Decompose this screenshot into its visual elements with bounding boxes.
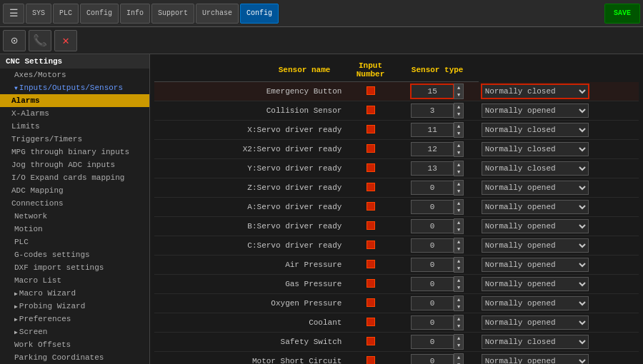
sidebar-item-probing[interactable]: ▶Probing Wizard	[0, 300, 149, 313]
sensor-type-select[interactable]: Normally openedNormally closed	[482, 219, 589, 233]
sensor-indicator[interactable]	[367, 356, 375, 365]
spin-buttons[interactable]: ▲▼	[454, 103, 464, 118]
spin-down[interactable]: ▼	[454, 323, 463, 330]
tab-urchase[interactable]: Urchase	[196, 4, 239, 24]
input-number-field[interactable]	[411, 315, 454, 330]
sensor-type-select[interactable]: Normally openedNormally closed	[482, 335, 589, 349]
spin-down[interactable]: ▼	[454, 284, 463, 291]
sensor-indicator[interactable]	[367, 318, 375, 326]
sidebar-item-limits[interactable]: Limits	[0, 120, 149, 133]
sidebar-item-connections[interactable]: Connections	[0, 197, 149, 210]
spin-up[interactable]: ▲	[454, 200, 463, 207]
input-number-field[interactable]	[411, 200, 454, 214]
spin-buttons[interactable]: ▲▼	[454, 199, 464, 215]
close-icon[interactable]: ✕	[54, 30, 77, 51]
tab-config[interactable]: Config	[80, 4, 119, 24]
sidebar-item-xalarms[interactable]: X-Alarms	[0, 107, 149, 120]
sensor-indicator[interactable]	[367, 183, 375, 191]
spin-buttons[interactable]: ▲▼	[454, 334, 464, 350]
sidebar-item-mpg[interactable]: MPG through binary inputs	[0, 146, 149, 158]
spin-down[interactable]: ▼	[454, 168, 463, 176]
spin-up[interactable]: ▲	[454, 315, 463, 323]
sidebar-item-triggers[interactable]: Triggers/Timers	[0, 133, 149, 146]
spin-up[interactable]: ▲	[454, 296, 463, 303]
spin-buttons[interactable]: ▲▼	[454, 238, 464, 253]
spin-up[interactable]: ▲	[454, 142, 463, 149]
spin-up[interactable]: ▲	[454, 277, 463, 284]
spin-buttons[interactable]: ▲▼	[454, 315, 464, 330]
spin-buttons[interactable]: ▲▼	[454, 353, 464, 364]
tab-plc[interactable]: PLC	[53, 4, 79, 24]
sensor-indicator[interactable]	[367, 125, 375, 133]
sidebar-item-macro[interactable]: Macro List	[0, 274, 149, 287]
sensor-type-select[interactable]: Normally openedNormally closed	[482, 142, 589, 156]
sidebar-item-parking[interactable]: Parking Coordinates	[0, 351, 149, 364]
input-number-field[interactable]	[411, 84, 454, 98]
sensor-indicator[interactable]	[367, 298, 375, 307]
spin-down[interactable]: ▼	[454, 246, 463, 253]
spin-buttons[interactable]: ▲▼	[454, 295, 464, 311]
spin-down[interactable]: ▼	[454, 207, 463, 214]
spin-down[interactable]: ▼	[454, 111, 463, 118]
sensor-type-select[interactable]: Normally openedNormally closed	[482, 258, 589, 272]
input-number-field[interactable]	[411, 354, 454, 364]
tab-sys[interactable]: SYS	[26, 4, 51, 24]
spin-buttons[interactable]: ▲▼	[454, 141, 464, 157]
sensor-type-select[interactable]: Normally openedNormally closed	[482, 181, 589, 195]
sidebar-item-dxf[interactable]: DXF import settings	[0, 261, 149, 274]
home-icon[interactable]: ⊙	[3, 30, 26, 51]
spin-up[interactable]: ▲	[454, 238, 463, 246]
sensor-indicator[interactable]	[367, 202, 375, 211]
spin-buttons[interactable]: ▲▼	[454, 84, 464, 99]
sensor-type-select[interactable]: Normally openedNormally closed	[482, 123, 589, 137]
sensor-type-select[interactable]: Normally openedNormally closed	[482, 315, 589, 330]
input-number-field[interactable]	[411, 142, 454, 156]
tab-info[interactable]: Info	[120, 4, 150, 24]
input-number-field[interactable]	[411, 161, 454, 176]
spin-up[interactable]: ▲	[454, 219, 463, 226]
sidebar-item-gcodes[interactable]: G-codes settings	[0, 248, 149, 261]
spin-buttons[interactable]: ▲▼	[454, 218, 464, 234]
menu-icon[interactable]: ☰	[3, 4, 24, 24]
sidebar-item-screen[interactable]: ▶Screen	[0, 325, 149, 338]
input-number-field[interactable]	[411, 335, 454, 349]
spin-up[interactable]: ▲	[454, 258, 463, 265]
input-number-field[interactable]	[411, 103, 454, 118]
spin-up[interactable]: ▲	[454, 84, 463, 91]
sidebar-item-motion[interactable]: Motion	[0, 223, 149, 236]
sensor-indicator[interactable]	[367, 221, 375, 230]
sidebar-item-alarms[interactable]: Alarms	[0, 94, 149, 107]
spin-down[interactable]: ▼	[454, 188, 463, 195]
spin-up[interactable]: ▲	[454, 161, 463, 168]
input-number-field[interactable]	[411, 238, 454, 253]
sidebar-item-axes[interactable]: Axes/Motors	[0, 69, 149, 81]
spin-down[interactable]: ▼	[454, 91, 463, 98]
sidebar-item-macrowiz[interactable]: ▶Macro Wizard	[0, 287, 149, 300]
sensor-type-select[interactable]: Normally openedNormally closed	[482, 296, 589, 310]
input-number-field[interactable]	[411, 296, 454, 310]
spin-down[interactable]: ▼	[454, 303, 463, 310]
spin-buttons[interactable]: ▲▼	[454, 122, 464, 138]
sensor-type-select[interactable]: Normally openedNormally closed	[482, 84, 589, 98]
spin-down[interactable]: ▼	[454, 130, 463, 137]
sidebar-item-workoff[interactable]: Work Offsets	[0, 338, 149, 351]
tab-config2[interactable]: Config	[240, 4, 279, 24]
sensor-indicator[interactable]	[367, 241, 375, 249]
sensor-indicator[interactable]	[367, 260, 375, 268]
spin-up[interactable]: ▲	[454, 123, 463, 130]
save-button[interactable]: SAVE	[604, 4, 640, 24]
sidebar-item-network[interactable]: Network	[0, 210, 149, 223]
sidebar-item-adc[interactable]: ADC Mapping	[0, 184, 149, 197]
sensor-type-select[interactable]: Normally openedNormally closed	[482, 354, 589, 364]
sidebar-item-io[interactable]: I/O Expand cards mapping	[0, 171, 149, 184]
spin-up[interactable]: ▲	[454, 335, 463, 342]
phone-icon[interactable]: 📞	[29, 30, 51, 51]
spin-up[interactable]: ▲	[454, 103, 463, 111]
tab-support[interactable]: Support	[151, 4, 194, 24]
sensor-indicator[interactable]	[367, 337, 375, 345]
spin-down[interactable]: ▼	[454, 226, 463, 233]
sensor-type-select[interactable]: Normally openedNormally closed	[482, 103, 589, 118]
sensor-indicator[interactable]	[367, 106, 375, 114]
spin-up[interactable]: ▲	[454, 181, 463, 188]
input-number-field[interactable]	[411, 277, 454, 291]
